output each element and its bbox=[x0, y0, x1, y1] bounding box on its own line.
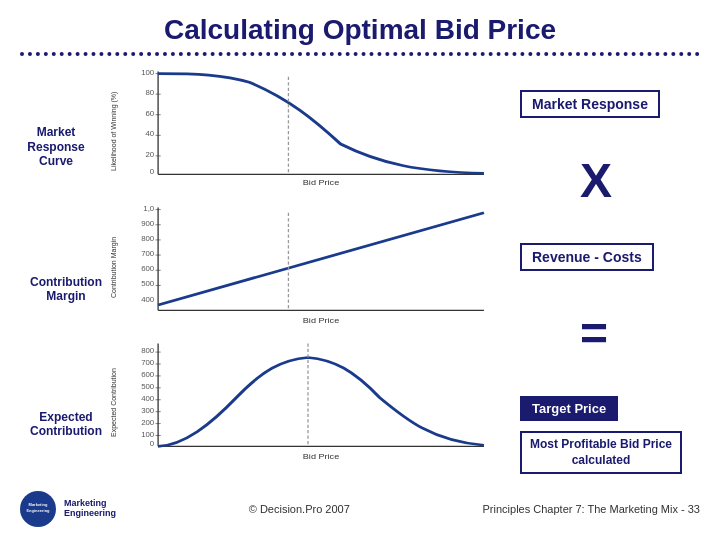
chart-expected-contribution: Expected Contribution 800 700 600 500 40… bbox=[110, 338, 510, 468]
svg-text:40: 40 bbox=[145, 130, 154, 138]
annotation-equals-symbol: = bbox=[520, 306, 710, 361]
svg-text:200: 200 bbox=[141, 418, 154, 426]
svg-text:600: 600 bbox=[141, 371, 154, 379]
svg-text:60: 60 bbox=[145, 110, 154, 118]
svg-text:20: 20 bbox=[145, 151, 154, 159]
x-symbol: X bbox=[580, 153, 612, 208]
svg-text:400: 400 bbox=[141, 295, 154, 303]
svg-text:300: 300 bbox=[141, 406, 154, 414]
annotation-market-response: Market Response bbox=[520, 90, 710, 118]
footer-logo-area: Marketing Engineering Marketing Engineer… bbox=[20, 491, 116, 527]
svg-text:0: 0 bbox=[150, 168, 154, 176]
footer: Marketing Engineering Marketing Engineer… bbox=[0, 492, 720, 522]
svg-text:900: 900 bbox=[141, 220, 154, 228]
annotation-target-price: Target Price Most Profitable Bid Priceca… bbox=[520, 396, 710, 474]
revenue-costs-label: Revenue - Costs bbox=[520, 243, 654, 271]
logo-text: Marketing Engineering bbox=[64, 499, 116, 519]
svg-text:Marketing: Marketing bbox=[29, 502, 48, 507]
svg-text:100: 100 bbox=[141, 68, 154, 76]
equals-symbol: = bbox=[580, 306, 608, 361]
svg-container-expected-contribution: 800 700 600 500 400 300 200 100 0 bbox=[119, 338, 510, 468]
svg-text:1,0: 1,0 bbox=[143, 204, 154, 212]
footer-copyright: © Decision.Pro 2007 bbox=[249, 503, 350, 515]
svg-container-market-response: 100 80 60 40 20 0 B bbox=[119, 66, 510, 196]
svg-text:700: 700 bbox=[141, 250, 154, 258]
svg-text:800: 800 bbox=[141, 347, 154, 355]
y-axis-label-market-response: Likelihood of Winning (%) bbox=[110, 66, 117, 196]
svg-text:Bid Price: Bid Price bbox=[303, 316, 340, 325]
logo-bottom: Engineering bbox=[64, 509, 116, 519]
svg-text:Bid Price: Bid Price bbox=[303, 178, 340, 187]
label-market-response-curve: Market ResponseCurve bbox=[10, 125, 102, 168]
label-contribution-margin: ContributionMargin bbox=[30, 275, 102, 304]
svg-text:100: 100 bbox=[141, 430, 154, 438]
label-expected-contribution: ExpectedContribution bbox=[30, 410, 102, 439]
svg-container-contribution-margin: 1,0 900 800 700 600 500 400 bbox=[119, 202, 510, 332]
annotation-x-symbol: X bbox=[520, 153, 710, 208]
svg-text:80: 80 bbox=[145, 89, 154, 97]
chart-contribution-margin: Contribution Margin 1,0 900 800 700 600 … bbox=[110, 202, 510, 332]
market-response-label: Market Response bbox=[520, 90, 660, 118]
svg-text:500: 500 bbox=[141, 280, 154, 288]
target-price-box: Target Price bbox=[520, 396, 618, 421]
svg-text:0: 0 bbox=[150, 440, 154, 448]
left-labels-column: Market ResponseCurve ContributionMargin … bbox=[10, 62, 110, 492]
charts-column: Likelihood of Winning (%) 100 80 60 40 2… bbox=[110, 62, 510, 492]
logo-icon: Marketing Engineering bbox=[20, 491, 56, 527]
svg-text:500: 500 bbox=[141, 383, 154, 391]
y-axis-label-contribution-margin: Contribution Margin bbox=[110, 202, 117, 332]
right-annotations: Market Response X Revenue - Costs = Targ… bbox=[510, 62, 710, 492]
page-title: Calculating Optimal Bid Price bbox=[0, 0, 720, 52]
dotted-separator bbox=[0, 52, 720, 56]
svg-text:Engineering: Engineering bbox=[26, 508, 50, 513]
most-profitable-label: Most Profitable Bid Pricecalculated bbox=[520, 431, 682, 474]
svg-text:Bid Price: Bid Price bbox=[303, 452, 340, 461]
chart-market-response: Likelihood of Winning (%) 100 80 60 40 2… bbox=[110, 66, 510, 196]
main-content: Market ResponseCurve ContributionMargin … bbox=[0, 62, 720, 492]
y-axis-label-expected-contribution: Expected Contribution bbox=[110, 338, 117, 468]
footer-principles: Principles Chapter 7: The Marketing Mix … bbox=[483, 503, 700, 515]
annotation-revenue-costs: Revenue - Costs bbox=[520, 243, 710, 271]
svg-text:800: 800 bbox=[141, 235, 154, 243]
svg-text:600: 600 bbox=[141, 265, 154, 273]
svg-text:700: 700 bbox=[141, 359, 154, 367]
svg-text:400: 400 bbox=[141, 395, 154, 403]
